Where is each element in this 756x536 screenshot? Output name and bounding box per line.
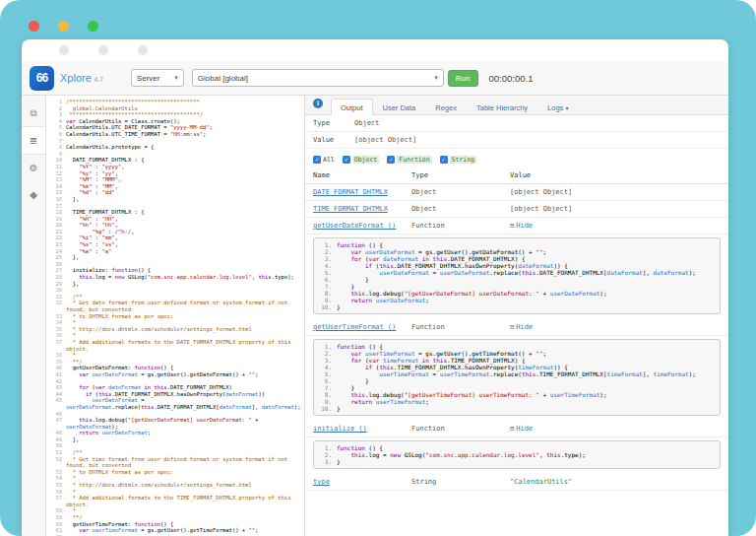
code-line: 6. } <box>318 276 716 283</box>
line-number: 33 <box>46 313 66 320</box>
app-name: Xplore <box>60 72 92 84</box>
filter-all[interactable]: ✓All <box>313 156 335 164</box>
open-new-window-icon[interactable]: ⧉ <box>22 100 45 126</box>
code-line: 8. this.log.debug("[getUserDateFormat] u… <box>318 290 716 297</box>
code-text: "%Y" : "yyyy", <box>66 164 304 170</box>
line-number: 50 <box>46 442 66 449</box>
code-text: return userDateFormat; <box>337 297 716 303</box>
hide-toggle[interactable]: Hide <box>516 222 533 230</box>
result-name[interactable]: TIME_FORMAT_DHTMLX <box>313 205 411 213</box>
result-name[interactable]: initialize () <box>313 425 411 433</box>
theme-icon[interactable]: ◆ <box>22 181 45 208</box>
editor-line: 53 * to DHTMLX format as per spec: <box>46 469 304 476</box>
zoom-button[interactable] <box>88 21 98 32</box>
editor-line: 32 * Get date format from user defined f… <box>46 300 304 312</box>
app-title: Xplore 4.7 <box>60 72 103 84</box>
code-text: * Add additional formats to the TIME_FOR… <box>66 495 304 507</box>
line-number: 52 <box>46 456 66 469</box>
line-number: 6 <box>46 131 66 138</box>
tab-table-hierarchy[interactable]: Table Hierarchy <box>467 99 537 115</box>
window-titlebar <box>22 39 728 61</box>
chevron-down-icon: ▾ <box>434 74 438 82</box>
code-line-number: 2. <box>318 451 337 458</box>
close-button[interactable] <box>29 21 39 32</box>
window-traffic-lights <box>29 21 98 32</box>
checkbox-checked-icon[interactable]: ✓ <box>440 156 448 164</box>
result-name[interactable]: getUserDateFormat () <box>313 222 411 230</box>
code-line: 9. return userDateFormat; <box>318 297 716 303</box>
table-row: DATE_FORMAT_DHTMLXObject[object Object] <box>305 184 728 201</box>
checkbox-checked-icon[interactable]: ✓ <box>313 156 321 164</box>
table-row: TIME_FORMAT_DHTMLXObject[object Object] <box>305 201 728 218</box>
result-name[interactable]: DATE_FORMAT_DHTMLX <box>313 188 411 196</box>
scope-select[interactable]: Global [global] ▾ <box>192 69 444 87</box>
server-select[interactable]: Server ▾ <box>131 69 184 87</box>
code-text: getUserTimeFormat: function() { <box>66 521 304 528</box>
code-text: for (var timeFormat in this.TIME_FORMAT_… <box>337 357 716 364</box>
editor-line: 59 **/ <box>46 514 304 521</box>
info-icon[interactable]: i <box>313 99 323 108</box>
xplore-logo-icon: 66 <box>30 66 54 91</box>
result-name[interactable]: type <box>313 478 411 486</box>
line-number: 28 <box>46 274 66 281</box>
code-text: for (var dateFormat in this.DATE_FORMAT_… <box>337 255 716 262</box>
line-number: 39 <box>46 359 66 366</box>
code-text: var CalendarUtils = Class.create(); <box>66 118 304 125</box>
line-number: 34 <box>46 319 66 326</box>
editor-line: 23 "%s" : "ss", <box>46 241 304 248</box>
line-number: 27 <box>46 267 66 274</box>
filter-string[interactable]: ✓String <box>440 156 476 164</box>
summary-value-row: Value [object Object] <box>305 132 728 149</box>
code-text: "%M" : "MMM", <box>66 176 304 183</box>
editor-line: 28 this.log = new GSLog("com.snc.app.cal… <box>46 274 304 281</box>
code-line-number: 9. <box>318 398 337 405</box>
code-text: * http://docs.dhtmlx.com/scheduler/setti… <box>66 326 304 333</box>
line-number: 51 <box>46 449 66 456</box>
hide-toggle[interactable]: Hide <box>516 323 533 331</box>
minimize-button[interactable] <box>58 21 69 32</box>
editor-line: 38 * <box>46 352 304 359</box>
code-line: 9. return userTimeFormat; <box>318 398 716 405</box>
code-line-number: 7. <box>318 283 337 290</box>
line-number: 32 <box>46 300 66 312</box>
tab-output[interactable]: Output <box>331 99 373 115</box>
tab-user-data[interactable]: User Data <box>373 99 426 115</box>
editor-line: 49 }, <box>46 436 304 443</box>
run-button[interactable]: Run <box>448 70 478 87</box>
summary-value-value: [object Object] <box>354 136 416 144</box>
editor-line: 2 global.CalendarUtils <box>46 105 304 112</box>
filter-label: All <box>323 156 335 164</box>
line-number: 57 <box>46 495 66 507</box>
line-number: 16 <box>46 196 66 203</box>
editor-line: 22 "%i" : "mm", <box>46 234 304 241</box>
line-number: 61 <box>46 527 66 534</box>
result-name[interactable]: getUserTimeFormat () <box>313 323 411 331</box>
editor-line: 27 initialize: function() { <box>46 267 304 274</box>
line-number: 12 <box>46 170 66 177</box>
tab-logs[interactable]: Logs ▾ <box>537 99 578 115</box>
editor-line: 50 <box>46 442 304 449</box>
summary-type-value: Object <box>354 119 379 127</box>
editor-line: 10 DATE_FORMAT_DHTMLX : { <box>46 157 304 164</box>
code-text: "%d" : "dd" <box>66 189 304 196</box>
checkbox-checked-icon[interactable]: ✓ <box>387 156 395 164</box>
line-number: 40 <box>46 365 66 371</box>
tab-regex[interactable]: Regex <box>425 99 467 115</box>
code-text <box>66 411 304 418</box>
line-number: 5 <box>46 124 66 131</box>
checkbox-checked-icon[interactable]: ✓ <box>343 156 350 164</box>
table-row: typeString"CalendarUtils" <box>305 474 728 491</box>
script-editor[interactable]: 1/**************************************… <box>46 96 304 536</box>
result-value: "CalendarUtils" <box>510 478 728 486</box>
code-text: "%g" : /^h:/, <box>66 229 304 235</box>
settings-gear-icon[interactable]: ⚙ <box>22 155 45 181</box>
filter-object[interactable]: ✓Object <box>343 156 379 164</box>
editor-line: 13 "%M" : "MMM", <box>46 176 304 183</box>
code-text: this.log.debug("[getUserDateFormat] user… <box>66 417 304 430</box>
editor-line: 45 userDateFormat = userDateFormat.repla… <box>46 397 304 410</box>
hide-toggle[interactable]: Hide <box>516 425 533 433</box>
collapse-icon: ⊟ <box>510 222 514 230</box>
script-icon[interactable]: ≣ <box>22 126 45 155</box>
filter-function[interactable]: ✓Function <box>387 156 431 164</box>
code-text <box>66 378 304 385</box>
